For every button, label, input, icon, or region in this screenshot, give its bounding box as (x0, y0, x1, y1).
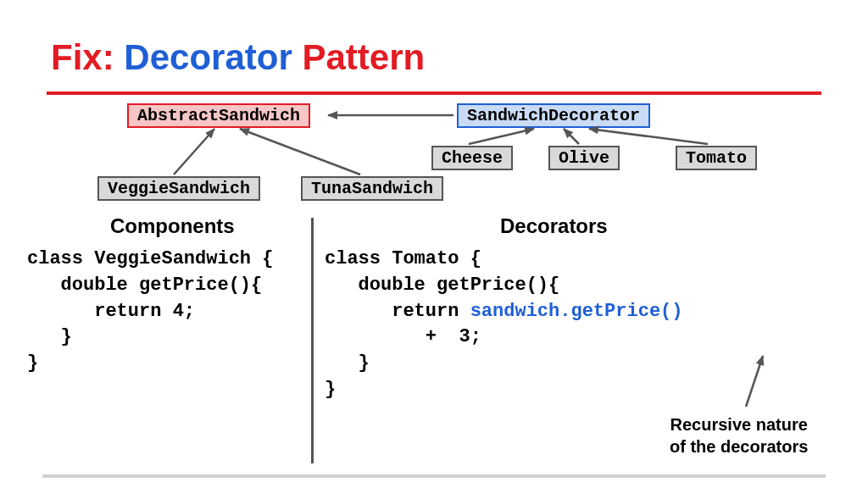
title-suffix: Pattern (302, 37, 425, 77)
class-box-tomato: Tomato (676, 146, 757, 170)
section-heading-components: Components (110, 214, 235, 238)
annotation-line1: Recursive nature (670, 415, 808, 434)
class-box-abstract-sandwich: AbstractSandwich (127, 103, 310, 128)
class-box-cheese: Cheese (431, 146, 513, 170)
slide: Fix: Decorator Pattern AbstractSandwich … (0, 0, 868, 488)
svg-line-1 (174, 129, 214, 175)
title-mid: Decorator (124, 37, 292, 77)
code-tomato-post: + 3; } } (325, 326, 481, 400)
class-box-tuna-sandwich: TunaSandwich (301, 176, 443, 201)
code-tomato: class Tomato { double getPrice(){ return… (325, 247, 682, 403)
class-diagram: AbstractSandwich SandwichDecorator Chees… (47, 98, 821, 208)
svg-line-6 (746, 356, 763, 407)
svg-line-5 (589, 129, 708, 144)
code-veggie-sandwich: class VeggieSandwich { double getPrice()… (27, 247, 273, 377)
annotation-line2: of the decorators (670, 437, 808, 456)
svg-line-4 (564, 129, 579, 144)
footer-rule (42, 474, 826, 478)
title-prefix: Fix: (51, 37, 114, 77)
annotation-recursive: Recursive nature of the decorators (670, 413, 808, 458)
title-rule (47, 92, 821, 95)
slide-title: Fix: Decorator Pattern (51, 37, 425, 78)
svg-line-2 (240, 129, 360, 175)
class-box-sandwich-decorator: SandwichDecorator (457, 103, 650, 128)
svg-line-3 (469, 129, 534, 144)
class-box-olive: Olive (548, 146, 620, 170)
code-tomato-call: sandwich.getPrice() (470, 301, 683, 322)
class-box-veggie-sandwich: VeggieSandwich (97, 176, 260, 201)
vertical-separator (311, 218, 314, 463)
section-heading-decorators: Decorators (500, 214, 608, 238)
